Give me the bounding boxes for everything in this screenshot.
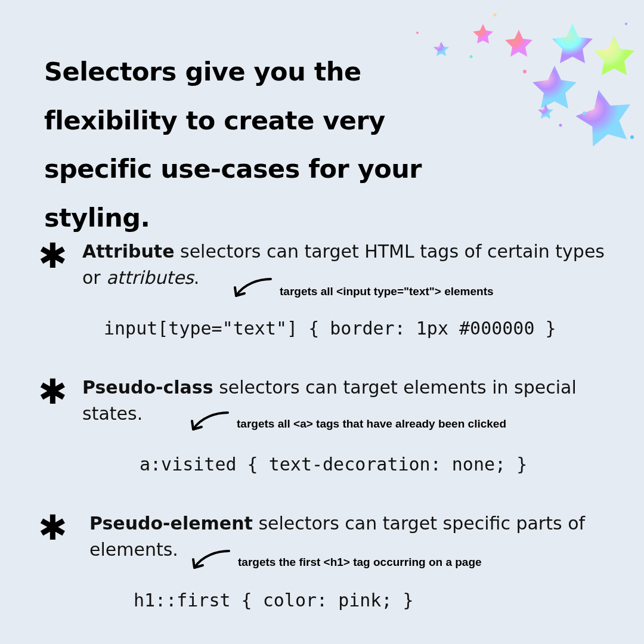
svg-point-6 [416,32,419,34]
asterisk-icon: ✱ [38,239,67,273]
arrow-icon [229,275,277,305]
item-attribute: ✱ Attribute selectors can target HTML ta… [38,239,608,339]
page-heading: Selectors give you the flexibility to cr… [44,48,497,243]
item-pseudo-class: ✱ Pseudo-class selectors can target elem… [38,374,608,475]
svg-point-0 [523,70,527,73]
item-description: Pseudo-element selectors can target spec… [89,510,614,562]
code-example: h1::first { color: pink; } [134,590,608,611]
item-pseudo-element: ✱ Pseudo-element selectors can target sp… [38,510,608,611]
svg-point-2 [630,135,634,139]
svg-point-7 [625,23,627,25]
asterisk-icon: ✱ [38,374,67,409]
code-example: a:visited { text-decoration: none; } [140,454,608,475]
item-description: Attribute selectors can target HTML tags… [82,239,607,290]
annotation: targets all <a> tags that have already b… [237,417,506,431]
code-example: input[type="text"] { border: 1px #000000… [104,318,608,339]
asterisk-icon: ✱ [38,510,67,545]
arrow-icon [186,409,234,439]
svg-point-1 [583,112,586,115]
selector-items: ✱ Attribute selectors can target HTML ta… [38,239,608,644]
svg-point-5 [494,14,497,17]
annotation: targets all <input type="text"> elements [280,285,494,298]
arrow-icon [187,547,235,577]
svg-point-3 [559,124,562,127]
annotation: targets the first <h1> tag occurring on … [238,556,482,569]
